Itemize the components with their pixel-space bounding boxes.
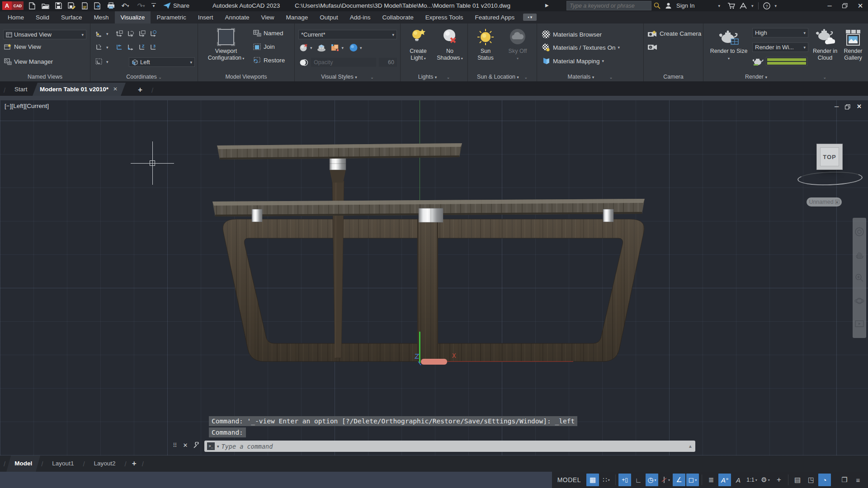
ucs-3point-icon[interactable]: 3 xyxy=(149,43,157,51)
visual-style-sphere-icon[interactable] xyxy=(349,43,358,52)
tab-solid[interactable]: Solid xyxy=(30,11,55,23)
panel-title-named-views[interactable]: Named Views xyxy=(0,74,90,80)
command-placeholder[interactable]: Type a command xyxy=(222,443,273,450)
render-quality-dropdown[interactable]: High▾ xyxy=(752,28,808,38)
fullscreen-toggle[interactable]: ❒ xyxy=(838,474,851,486)
sign-in-label[interactable]: Sign In xyxy=(676,2,694,9)
new-layout-button[interactable]: + xyxy=(132,459,137,468)
no-shadows-button[interactable]: NoShadows ▾ xyxy=(435,27,465,62)
render-in-cloud-button[interactable]: Render inCloud xyxy=(811,27,839,61)
render-target-dropdown[interactable]: Render in Wi...▾ xyxy=(752,42,808,52)
ucs-origin-icon[interactable] xyxy=(127,43,135,51)
plot-icon[interactable] xyxy=(80,1,89,10)
tab-express-tools[interactable]: Express Tools xyxy=(420,11,469,23)
tab-start[interactable]: Start xyxy=(7,83,35,96)
autodesk-caret[interactable]: ▾ xyxy=(751,4,754,8)
nav-wheel-icon[interactable] xyxy=(854,227,864,237)
new-view-button[interactable]: New View xyxy=(4,43,41,50)
panel-title-lights[interactable]: Lights ▾ ⌄ xyxy=(401,74,467,80)
workspace-switching[interactable]: ⚙▾ xyxy=(759,474,772,486)
tab-view[interactable]: View xyxy=(255,11,280,23)
lineweight-toggle[interactable]: ≣ xyxy=(705,474,717,486)
tab-collaborate[interactable]: Collaborate xyxy=(377,11,420,23)
autocad-logo-a[interactable]: A xyxy=(2,1,12,10)
panel-title-sun-location[interactable]: Sun & Location ▾ ⌄ xyxy=(468,74,537,80)
ortho-toggle[interactable]: ∟ xyxy=(632,474,645,486)
cmd-wrench-icon[interactable] xyxy=(193,442,200,449)
navigation-bar[interactable] xyxy=(853,218,866,338)
create-camera-button[interactable]: Create Camera xyxy=(647,30,701,38)
viewport-controls-label[interactable]: [−][Left][Current] xyxy=(5,103,49,109)
share-button[interactable]: Share xyxy=(163,2,189,9)
visual-style-dropdown[interactable]: *Current*▾ xyxy=(298,30,397,39)
viewcube[interactable]: TOP xyxy=(816,144,843,170)
sun-status-button[interactable]: SunStatus xyxy=(472,27,500,61)
clean-screen[interactable]: ◔ xyxy=(818,474,831,486)
vp-restore-icon[interactable] xyxy=(845,103,850,110)
cart-icon[interactable] xyxy=(727,2,735,9)
qat-customize-icon[interactable]: ▾ xyxy=(151,1,156,10)
new-tab-button[interactable]: + xyxy=(138,85,142,94)
viewport[interactable]: X [−][Left][Current] ─ ✕ TOP Unnamed▾ xyxy=(0,100,868,455)
ucs-back-icon[interactable] xyxy=(115,43,123,51)
search-icon[interactable] xyxy=(654,2,660,9)
tab-annotate[interactable]: Annotate xyxy=(219,11,255,23)
ucs-prev-icon[interactable] xyxy=(127,30,135,38)
panel-title-visual-styles[interactable]: Visual Styles ▾ ⌄ xyxy=(295,74,400,80)
ucs-face-icon[interactable] xyxy=(149,30,157,38)
create-light-button[interactable]: CreateLight ▾ xyxy=(404,27,432,62)
restore-button[interactable] xyxy=(837,0,853,11)
tab-parametric[interactable]: Parametric xyxy=(151,11,192,23)
search-input[interactable] xyxy=(566,1,651,10)
tab-addins[interactable]: Add-ins xyxy=(344,11,377,23)
tab-featured-apps[interactable]: Featured Apps xyxy=(469,11,520,23)
tab-model[interactable]: Model xyxy=(6,455,40,472)
grid-toggle[interactable]: ▦ xyxy=(586,474,599,486)
nav-orbit-icon[interactable] xyxy=(854,296,864,306)
redo-button[interactable]: ↷▾ xyxy=(135,1,147,10)
osnap-toggle[interactable]: ◻▾ xyxy=(686,474,699,486)
tab-manage[interactable]: Manage xyxy=(280,11,314,23)
model-space-label[interactable]: MODEL xyxy=(557,476,581,483)
annotation-scale[interactable]: 1:1▾ xyxy=(745,474,758,486)
autoscale-toggle[interactable]: A xyxy=(732,474,745,486)
print-icon[interactable] xyxy=(106,1,115,10)
restore-viewports-button[interactable]: Restore xyxy=(253,57,285,64)
viewport-configuration-button[interactable]: ViewportConfiguration ▾ xyxy=(203,27,250,62)
panel-title-render[interactable]: Render ▾ ⌄ xyxy=(703,74,868,80)
command-input-bar[interactable]: >_ ▾ Type a command ▲ xyxy=(204,441,695,452)
visual-style-box-icon[interactable] xyxy=(317,43,326,52)
table-model[interactable]: X xyxy=(0,100,868,455)
osnap-tracking-toggle[interactable]: ∠ xyxy=(673,474,685,486)
ucs-rotate-caret[interactable]: ▾ xyxy=(106,45,108,50)
minimize-button[interactable]: ─ xyxy=(822,0,837,11)
annotation-visibility-toggle[interactable]: A° xyxy=(718,474,731,486)
nav-showmotion-icon[interactable] xyxy=(854,319,864,329)
ucs-icon[interactable] xyxy=(95,30,103,38)
panel-title-materials[interactable]: Materials ▾ ⌄ xyxy=(537,74,643,80)
tab-surface[interactable]: Surface xyxy=(55,11,88,23)
tab-home[interactable]: Home xyxy=(2,11,30,23)
isolate-objects[interactable]: ▤ xyxy=(791,474,804,486)
vs-x-caret[interactable]: ▾ xyxy=(310,46,312,50)
ucs-world-icon[interactable] xyxy=(115,30,123,38)
export-icon[interactable] xyxy=(93,1,102,10)
visual-style-x-icon[interactable] xyxy=(299,43,308,52)
command-grip[interactable]: ⠿ ✕ xyxy=(173,442,200,449)
view-name-pill[interactable]: Unnamed▾ xyxy=(807,197,842,206)
help-icon[interactable]: ? xyxy=(763,2,770,9)
autodesk-logo-icon[interactable] xyxy=(740,3,747,9)
panel-title-model-viewports[interactable]: Model Viewports xyxy=(198,74,294,80)
vp-close-icon[interactable]: ✕ xyxy=(857,103,862,110)
materials-browser-button[interactable]: Materials Browser xyxy=(542,30,602,39)
render-gallery-button[interactable]: RenderGallery xyxy=(840,27,866,61)
isodraft-toggle[interactable]: ▾ xyxy=(659,474,672,486)
user-icon[interactable] xyxy=(665,2,672,9)
sky-off-button[interactable]: Sky Off▾ xyxy=(502,27,533,62)
undo-button[interactable]: ↶▾ xyxy=(119,1,131,10)
materials-textures-button[interactable]: Materials / Textures On▾ xyxy=(542,43,620,52)
render-to-size-button[interactable]: Render to Size▾ xyxy=(707,27,750,62)
nav-zoom-icon[interactable] xyxy=(854,273,864,283)
sign-in-caret[interactable]: ▾ xyxy=(718,4,720,8)
help-caret[interactable]: ▾ xyxy=(775,4,777,8)
